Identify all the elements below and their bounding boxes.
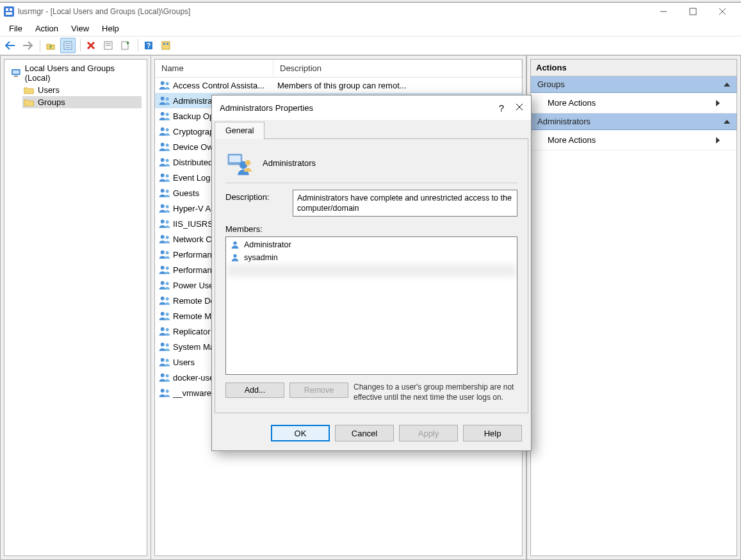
svg-rect-6 xyxy=(6,12,12,15)
refresh-button[interactable] xyxy=(101,38,116,53)
group-icon xyxy=(158,340,171,353)
window-title: lusrmgr - [Local Users and Groups (Local… xyxy=(18,7,190,16)
group-icon xyxy=(158,202,171,215)
dialog-help-button[interactable]: Help xyxy=(463,425,522,441)
menu-view[interactable]: View xyxy=(65,22,95,35)
chevron-right-icon xyxy=(716,137,720,144)
folder-icon xyxy=(24,98,34,107)
svg-rect-23 xyxy=(163,43,165,45)
members-list[interactable]: Administratorsysadmin xyxy=(225,236,517,375)
actions-more-2[interactable]: More Actions xyxy=(531,130,737,151)
members-label: Members: xyxy=(225,224,517,234)
group-icon xyxy=(158,79,171,92)
tree-groups-label: Groups xyxy=(38,97,65,107)
up-button[interactable] xyxy=(43,38,58,53)
user-icon xyxy=(230,252,240,263)
tree-groups[interactable]: Groups xyxy=(22,96,142,108)
table-row[interactable]: Access Control Assista...Members of this… xyxy=(155,78,522,93)
actions-header: Actions xyxy=(531,60,737,76)
group-icon xyxy=(158,279,171,292)
close-button[interactable] xyxy=(708,3,737,21)
forward-button[interactable] xyxy=(20,38,35,53)
view-button[interactable] xyxy=(158,38,174,53)
cancel-button[interactable]: Cancel xyxy=(335,425,394,441)
group-icon xyxy=(158,156,171,169)
svg-rect-27 xyxy=(14,76,18,77)
menu-help[interactable]: Help xyxy=(95,22,126,35)
apply-button[interactable]: Apply xyxy=(399,425,458,441)
computer-icon xyxy=(11,68,21,78)
group-desc: Members of this group can remot... xyxy=(274,81,522,90)
group-icon xyxy=(158,110,171,122)
maximize-button[interactable] xyxy=(678,3,708,21)
remove-button[interactable]: Remove xyxy=(289,383,348,398)
membership-note: Changes to a user's group membership are… xyxy=(354,383,517,402)
titlebar: lusrmgr - [Local Users and Groups (Local… xyxy=(0,3,741,21)
group-large-icon xyxy=(225,149,252,176)
menubar: File Action View Help xyxy=(0,21,741,36)
svg-rect-26 xyxy=(13,70,19,74)
properties-dialog: Administrators Properties ? General Admi… xyxy=(211,95,532,451)
group-icon xyxy=(158,186,171,199)
tree-users-label: Users xyxy=(38,85,60,95)
svg-rect-8 xyxy=(690,8,696,15)
svg-point-33 xyxy=(245,160,251,166)
member-item-redacted xyxy=(227,264,516,277)
properties-button[interactable] xyxy=(60,38,76,53)
tree-users[interactable]: Users xyxy=(22,84,142,96)
svg-text:?: ? xyxy=(147,42,151,49)
actions-group-groups[interactable]: Groups xyxy=(531,76,737,93)
toolbar: ? xyxy=(0,36,741,55)
folder-icon xyxy=(24,86,34,95)
back-button[interactable] xyxy=(3,38,18,53)
group-icon xyxy=(158,386,171,399)
group-icon xyxy=(158,371,171,384)
group-name: Access Control Assista... xyxy=(173,81,274,90)
delete-button[interactable] xyxy=(83,38,99,53)
group-icon xyxy=(158,325,171,338)
minimize-button[interactable] xyxy=(649,3,678,21)
actions-more-1[interactable]: More Actions xyxy=(531,93,737,113)
svg-rect-24 xyxy=(167,43,168,45)
chevron-right-icon xyxy=(716,100,720,106)
group-icon xyxy=(158,248,171,261)
group-icon xyxy=(158,140,171,153)
svg-rect-3 xyxy=(4,6,14,17)
group-icon xyxy=(158,309,171,322)
group-icon xyxy=(158,233,171,245)
menu-action[interactable]: Action xyxy=(29,22,65,35)
group-icon xyxy=(158,356,171,368)
tree-root[interactable]: Local Users and Groups (Local) xyxy=(10,62,142,84)
svg-rect-31 xyxy=(229,156,241,163)
actions-group-administrators[interactable]: Administrators xyxy=(531,113,737,130)
ok-button[interactable]: OK xyxy=(271,425,330,441)
group-icon xyxy=(158,294,171,307)
group-icon xyxy=(158,217,171,230)
svg-rect-22 xyxy=(162,42,170,49)
group-icon xyxy=(158,125,171,138)
tree-root-label: Local Users and Groups (Local) xyxy=(25,63,140,83)
column-name[interactable]: Name xyxy=(155,60,273,77)
help-button[interactable]: ? xyxy=(141,38,156,53)
column-description[interactable]: Description xyxy=(273,60,522,77)
group-icon xyxy=(158,263,171,276)
dialog-help-icon[interactable]: ? xyxy=(499,103,504,113)
description-input[interactable]: Administrators have complete and unrestr… xyxy=(293,190,517,217)
svg-rect-4 xyxy=(6,8,8,11)
description-label: Description: xyxy=(225,190,293,202)
tree-pane: Local Users and Groups (Local) Users Gro… xyxy=(0,55,151,560)
add-button[interactable]: Add... xyxy=(225,383,284,398)
tab-general[interactable]: General xyxy=(215,122,265,139)
member-item[interactable]: Administrator xyxy=(227,238,516,251)
collapse-icon xyxy=(724,120,730,124)
collapse-icon xyxy=(724,83,730,86)
actions-pane: Actions Groups More Actions Administrato… xyxy=(526,55,741,560)
app-icon xyxy=(4,6,14,17)
dialog-close-button[interactable] xyxy=(516,103,523,113)
user-icon xyxy=(230,240,240,250)
export-button[interactable] xyxy=(118,38,133,53)
group-icon xyxy=(158,94,171,107)
group-icon xyxy=(158,171,171,184)
member-item[interactable]: sysadmin xyxy=(227,251,516,264)
menu-file[interactable]: File xyxy=(3,22,29,35)
